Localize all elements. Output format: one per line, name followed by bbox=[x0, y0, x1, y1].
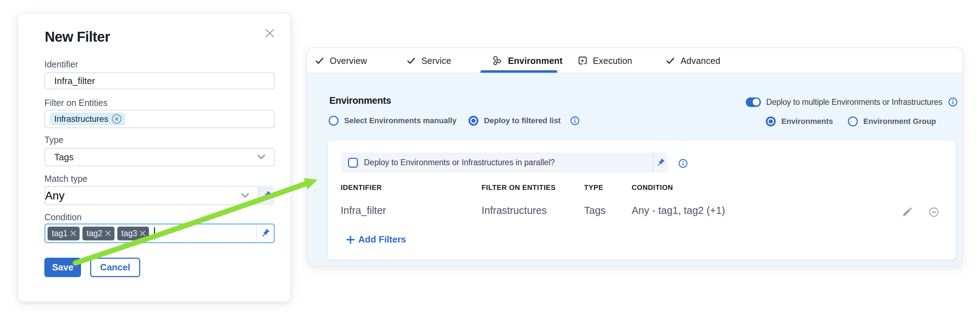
parallel-checkbox-label: Deploy to Environments or Infrastructure… bbox=[364, 158, 555, 167]
modal-buttons: Save Cancel bbox=[45, 258, 140, 277]
env-scope-radios: Environments Environment Group bbox=[766, 116, 936, 127]
radio-select-manually[interactable] bbox=[329, 116, 339, 126]
match-type-pin-button[interactable] bbox=[258, 186, 275, 205]
pushpin-icon bbox=[260, 228, 270, 239]
tag-remove-icon[interactable] bbox=[105, 231, 111, 236]
tag-chip[interactable]: tag3 bbox=[117, 227, 150, 240]
toggle-knob bbox=[753, 98, 760, 106]
match-type-label-wrap: Match type bbox=[45, 173, 275, 184]
execution-play-icon bbox=[578, 56, 587, 65]
chevron-down-icon bbox=[257, 154, 266, 160]
col-header-type: TYPE bbox=[584, 184, 603, 192]
condition-pin-button[interactable] bbox=[256, 224, 274, 242]
infrastructures-chip-label: Infrastructures bbox=[54, 114, 108, 124]
info-icon[interactable] bbox=[570, 116, 580, 126]
match-type-row: Any bbox=[45, 186, 275, 205]
env-mode-radios: Select Environments manually Deploy to f… bbox=[329, 115, 580, 126]
radio-environments[interactable] bbox=[766, 117, 776, 126]
identifier-field-label-wrap: Identifier bbox=[45, 59, 275, 70]
type-label-wrap: Type bbox=[45, 134, 275, 146]
tab-overview-label: Overview bbox=[330, 56, 367, 66]
add-filters-button[interactable]: Add Filters bbox=[346, 234, 406, 245]
condition-label: Condition bbox=[45, 211, 275, 223]
filter-on-entities-input[interactable]: Infrastructures bbox=[45, 110, 275, 128]
cancel-button[interactable]: Cancel bbox=[90, 258, 140, 277]
tag-chip[interactable]: tag1 bbox=[48, 227, 80, 240]
parallel-pin-button[interactable] bbox=[653, 152, 668, 173]
multi-env-toggle-row: Deploy to multiple Environments or Infra… bbox=[746, 97, 958, 107]
identifier-value: Infra_filter bbox=[54, 75, 95, 86]
identifier-input[interactable]: Infra_filter bbox=[45, 72, 275, 89]
tag-remove-icon[interactable] bbox=[140, 231, 145, 236]
check-icon bbox=[315, 56, 324, 65]
parallel-strip: Deploy to Environments or Infrastructure… bbox=[341, 152, 668, 173]
radio-environments-label: Environments bbox=[781, 117, 833, 126]
match-type-label: Match type bbox=[45, 173, 275, 184]
radio-deploy-filtered-label: Deploy to filtered list bbox=[484, 116, 561, 125]
identifier-label: Identifier bbox=[45, 59, 275, 70]
tab-advanced-label: Advanced bbox=[681, 56, 721, 66]
tag-chip[interactable]: tag2 bbox=[83, 227, 115, 240]
new-filter-modal: New Filter Identifier Infra_filter Filte… bbox=[18, 13, 291, 302]
type-value: Tags bbox=[54, 152, 74, 163]
col-header-filter-on-entities: FILTER ON ENTITIES bbox=[482, 184, 555, 192]
stage-config-panel: Overview Service Environment Execution bbox=[307, 47, 963, 266]
active-tab-underline bbox=[480, 70, 557, 73]
tab-environment[interactable]: Environment bbox=[492, 48, 563, 74]
row-condition: Any - tag1, tag2 (+1) bbox=[632, 205, 725, 216]
info-icon[interactable] bbox=[678, 158, 688, 168]
parallel-checkbox[interactable] bbox=[348, 158, 358, 168]
tab-service[interactable]: Service bbox=[407, 48, 451, 74]
match-type-value: Any bbox=[45, 189, 64, 202]
remove-row-icon[interactable] bbox=[929, 207, 939, 217]
tabbar: Overview Service Environment Execution bbox=[307, 48, 963, 74]
environment-hexagons-icon bbox=[492, 55, 502, 66]
modal-title: New Filter bbox=[45, 29, 110, 45]
condition-chips: tag1 tag2 tag3 bbox=[48, 227, 256, 240]
col-header-condition: CONDITION bbox=[632, 184, 673, 192]
chip-dismiss-icon[interactable] bbox=[111, 113, 122, 125]
environments-heading: Environments bbox=[329, 95, 391, 106]
text-cursor bbox=[154, 227, 155, 239]
pushpin-icon bbox=[655, 158, 665, 168]
pushpin-icon bbox=[261, 190, 272, 201]
type-label: Type bbox=[45, 134, 275, 146]
chevron-down-icon bbox=[241, 193, 250, 199]
tag-remove-icon[interactable] bbox=[70, 231, 76, 236]
infrastructures-chip[interactable]: Infrastructures bbox=[50, 113, 125, 125]
radio-deploy-filtered[interactable] bbox=[469, 116, 478, 126]
plus-icon bbox=[346, 235, 355, 244]
col-header-identifier: IDENTIFIER bbox=[340, 184, 382, 192]
row-filter-on-entities: Infrastructures bbox=[482, 205, 547, 216]
radio-select-manually-label: Select Environments manually bbox=[344, 116, 457, 125]
tab-overview[interactable]: Overview bbox=[315, 48, 367, 74]
radio-environment-group-label: Environment Group bbox=[864, 117, 936, 126]
check-icon bbox=[666, 56, 675, 65]
filter-on-entities-label: Filter on Entities bbox=[45, 97, 275, 108]
condition-input[interactable]: tag1 tag2 tag3 bbox=[45, 223, 275, 243]
tag-chip-label: tag3 bbox=[121, 229, 137, 238]
edit-pencil-icon[interactable] bbox=[902, 207, 912, 217]
info-icon[interactable] bbox=[948, 97, 958, 107]
multi-env-toggle-label: Deploy to multiple Environments or Infra… bbox=[766, 98, 942, 107]
filter-on-entities-label-wrap: Filter on Entities bbox=[45, 97, 275, 108]
condition-label-wrap: Condition bbox=[45, 211, 275, 223]
row-identifier: Infra_filter bbox=[340, 205, 386, 216]
environment-tab-content: Environments Select Environments manuall… bbox=[307, 74, 963, 266]
row-type: Tags bbox=[584, 205, 606, 216]
match-type-select[interactable]: Any bbox=[45, 186, 258, 205]
check-icon bbox=[407, 56, 416, 65]
tab-environment-label: Environment bbox=[508, 56, 563, 66]
radio-environment-group[interactable] bbox=[848, 117, 858, 126]
tab-execution[interactable]: Execution bbox=[578, 48, 632, 74]
tab-execution-label: Execution bbox=[593, 56, 632, 66]
tab-service-label: Service bbox=[421, 56, 451, 66]
tag-chip-label: tag2 bbox=[87, 229, 102, 238]
multi-env-toggle[interactable] bbox=[746, 98, 761, 107]
close-icon[interactable] bbox=[264, 27, 275, 39]
tag-chip-label: tag1 bbox=[52, 229, 68, 238]
filters-card: Deploy to Environments or Infrastructure… bbox=[327, 140, 956, 260]
type-select[interactable]: Tags bbox=[45, 148, 275, 166]
save-button[interactable]: Save bbox=[45, 258, 81, 277]
tab-advanced[interactable]: Advanced bbox=[666, 48, 721, 74]
